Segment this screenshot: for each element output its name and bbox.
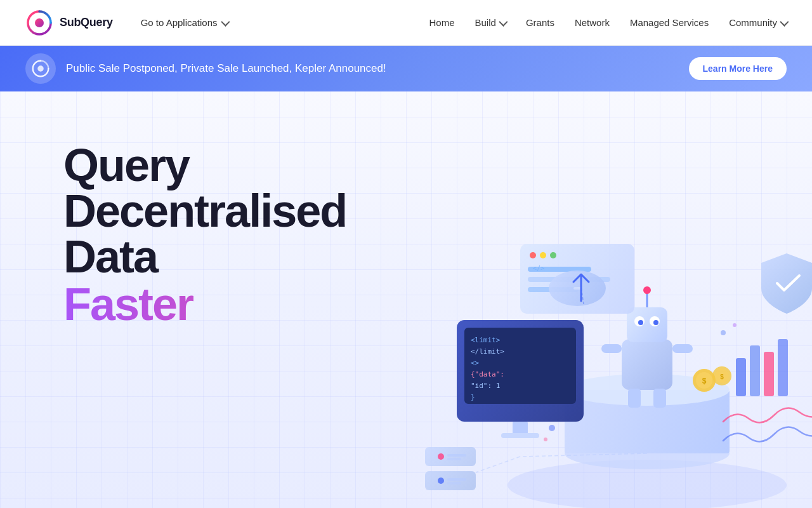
- hero-title-line1: Query: [63, 142, 381, 188]
- svg-rect-33: [513, 422, 528, 434]
- goto-applications-chevron-icon: [221, 17, 230, 26]
- svg-text:}: }: [471, 393, 475, 401]
- goto-applications-button[interactable]: Go to Applications: [133, 12, 235, 33]
- announcement-banner: Public Sale Postponed, Private Sale Laun…: [0, 46, 812, 91]
- svg-rect-48: [447, 454, 466, 457]
- svg-point-36: [530, 252, 536, 258]
- svg-rect-15: [601, 344, 622, 353]
- svg-text:$: $: [720, 373, 724, 380]
- svg-point-11: [638, 320, 643, 325]
- svg-rect-55: [750, 345, 760, 396]
- svg-rect-53: [447, 482, 461, 485]
- nav-link-managed-services[interactable]: Managed Services: [630, 17, 709, 28]
- navbar-right: Home Build Grants Network Managed Servic…: [429, 17, 787, 28]
- svg-rect-34: [501, 433, 539, 438]
- svg-rect-52: [447, 478, 466, 481]
- hero-illustration: $ $ <limit> </limit> <> {"data": "id": 1…: [330, 117, 812, 508]
- svg-text:</limit>: </limit>: [471, 347, 504, 356]
- navbar-left: SubQuery Go to Applications: [25, 9, 235, 37]
- svg-point-51: [438, 478, 444, 484]
- svg-rect-57: [778, 339, 788, 396]
- svg-point-58: [549, 425, 555, 431]
- logo-text: SubQuery: [60, 16, 113, 29]
- svg-point-47: [438, 453, 444, 460]
- svg-rect-56: [764, 352, 774, 396]
- hero-text-block: Query Decentralised Data Faster: [63, 142, 381, 330]
- hero-title-line2: Decentralised Data: [63, 188, 381, 279]
- svg-rect-16: [672, 344, 693, 353]
- nav-link-home[interactable]: Home: [429, 17, 455, 28]
- hero-title-line3: Faster: [63, 279, 381, 330]
- svg-text:$: $: [702, 377, 707, 385]
- svg-point-59: [544, 438, 547, 441]
- svg-rect-54: [736, 358, 746, 396]
- svg-point-38: [550, 252, 556, 258]
- svg-text:"id": 1: "id": 1: [471, 382, 500, 390]
- svg-rect-49: [447, 458, 461, 460]
- svg-rect-44: [573, 287, 581, 290]
- svg-text:{"data":: {"data":: [471, 370, 504, 378]
- nav-link-network[interactable]: Network: [575, 17, 610, 28]
- learn-more-button[interactable]: Learn More Here: [689, 57, 787, 80]
- svg-point-61: [733, 323, 737, 327]
- subquery-logo-icon: [25, 9, 53, 37]
- svg-point-37: [540, 252, 546, 258]
- nav-network-label: Network: [575, 17, 610, 28]
- nav-link-build[interactable]: Build: [475, 17, 506, 28]
- svg-point-14: [643, 286, 651, 294]
- navbar: SubQuery Go to Applications Home Build G…: [0, 0, 812, 46]
- svg-point-1: [35, 18, 44, 27]
- banner-logo-icon: [25, 53, 56, 84]
- nav-build-label: Build: [475, 17, 496, 28]
- hero-illustration-svg: $ $ <limit> </limit> <> {"data": "id": 1…: [330, 117, 812, 508]
- goto-applications-label: Go to Applications: [141, 17, 218, 28]
- nav-link-grants[interactable]: Grants: [526, 17, 554, 28]
- svg-rect-8: [627, 307, 667, 342]
- svg-rect-17: [628, 389, 641, 408]
- svg-rect-18: [653, 389, 666, 408]
- svg-rect-7: [622, 339, 672, 390]
- svg-text:</>: </>: [533, 265, 544, 272]
- nav-managed-services-label: Managed Services: [630, 17, 709, 28]
- svg-text:<limit>: <limit>: [471, 336, 501, 344]
- nav-community-chevron-icon: [780, 17, 789, 26]
- nav-link-community[interactable]: Community: [729, 17, 787, 28]
- nav-home-label: Home: [429, 17, 455, 28]
- svg-point-2: [37, 65, 44, 72]
- nav-grants-label: Grants: [526, 17, 554, 28]
- banner-message: Public Sale Postponed, Private Sale Laun…: [66, 62, 386, 75]
- hero-section: Query Decentralised Data Faster: [0, 91, 812, 508]
- banner-left: Public Sale Postponed, Private Sale Laun…: [25, 53, 386, 84]
- svg-text:<>: <>: [471, 359, 480, 367]
- nav-community-label: Community: [729, 17, 777, 28]
- nav-build-chevron-icon: [499, 17, 508, 26]
- svg-point-60: [721, 330, 726, 335]
- svg-point-12: [653, 320, 658, 325]
- logo-link[interactable]: SubQuery: [25, 9, 113, 37]
